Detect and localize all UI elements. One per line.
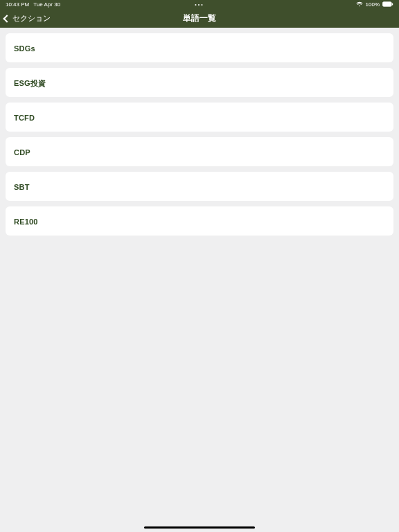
svg-rect-1	[392, 3, 393, 5]
list-item[interactable]: TCFD	[6, 103, 393, 132]
list-item-label: CDP	[14, 148, 30, 157]
list-item-label: RE100	[14, 218, 38, 226]
list-item[interactable]: ESG投資	[6, 68, 393, 97]
back-button[interactable]: セクション	[0, 13, 51, 24]
status-date: Tue Apr 30	[33, 1, 60, 8]
page-title: 単語一覧	[183, 13, 216, 24]
wifi-icon	[356, 1, 363, 8]
list-item-label: TCFD	[14, 114, 35, 122]
status-bar: 10:43 PM Tue Apr 30 ••• 100%	[0, 0, 399, 9]
status-right: 100%	[356, 1, 393, 8]
nav-bar: セクション 単語一覧	[0, 9, 399, 28]
list-item-label: SBT	[14, 183, 30, 191]
content-list: SDGs ESG投資 TCFD CDP SBT RE100	[0, 28, 399, 247]
list-item[interactable]: SDGs	[6, 33, 393, 62]
status-center-dots: •••	[195, 2, 204, 7]
status-time: 10:43 PM	[6, 1, 29, 8]
back-label: セクション	[12, 13, 51, 24]
battery-icon	[382, 1, 393, 8]
list-item-label: SDGs	[14, 44, 35, 53]
svg-rect-0	[382, 1, 391, 6]
list-item[interactable]: SBT	[6, 172, 393, 201]
list-item[interactable]: CDP	[6, 137, 393, 166]
chevron-left-icon	[3, 15, 10, 22]
status-left: 10:43 PM Tue Apr 30	[6, 1, 60, 8]
list-item-label: ESG投資	[14, 79, 46, 87]
status-battery: 100%	[366, 1, 380, 8]
home-indicator[interactable]	[144, 526, 255, 529]
list-item[interactable]: RE100	[6, 206, 393, 236]
